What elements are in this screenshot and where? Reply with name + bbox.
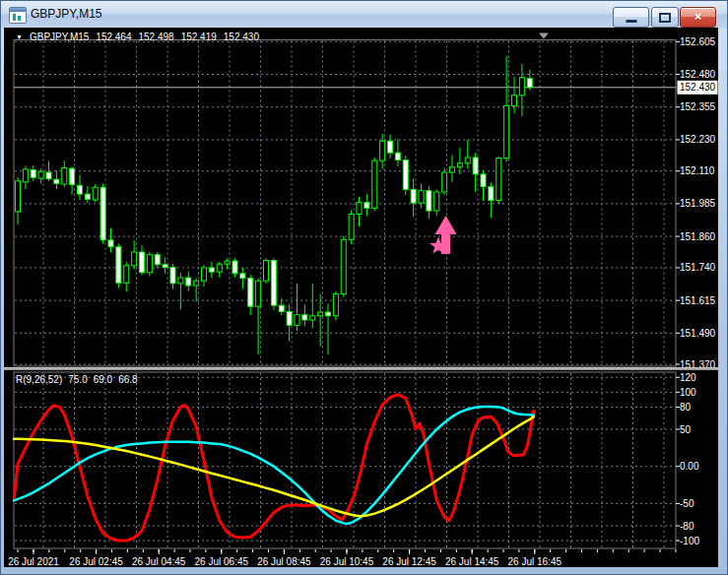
low-value: 152.419 — [181, 32, 217, 42]
time-axis-label: 26 Jul 16:45 — [508, 556, 563, 567]
indicator-axis[interactable]: 12010080500.00-50-80-100 — [676, 372, 699, 546]
restore-icon — [659, 13, 671, 23]
price-axis-label: 151.490 — [680, 328, 716, 339]
chart-canvas[interactable]: 152.605152.480152.355152.230152.110151.9… — [4, 28, 718, 567]
price-axis-label: 152.480 — [680, 69, 716, 80]
window-title: GBPJPY,M15 — [31, 1, 101, 28]
indicator-axis-label: -50 — [680, 498, 695, 509]
maximize-button[interactable] — [651, 7, 679, 28]
current-price-label: 152.430 — [680, 82, 716, 93]
indicator-value-2: 69.0 — [94, 374, 112, 385]
price-axis-label: 151.860 — [680, 231, 716, 242]
price-axis-label: 151.615 — [680, 295, 716, 306]
price-axis-label: 152.230 — [680, 134, 716, 145]
time-axis-label: 26 Jul 04:45 — [132, 556, 186, 567]
indicator-value-1: 75.0 — [68, 374, 87, 385]
close-value: 152.430 — [224, 32, 259, 42]
panel-splitter[interactable] — [4, 367, 718, 370]
time-axis-label: 26 Jul 06:45 — [195, 556, 249, 567]
price-axis[interactable]: 152.605152.480152.355152.230152.110151.9… — [676, 36, 718, 370]
collapse-arrow-icon[interactable]: ▼ — [16, 32, 23, 42]
time-axis-label: 26 Jul 02:45 — [69, 556, 123, 567]
title-bar[interactable]: GBPJPY,M15 × — [1, 1, 727, 28]
price-axis-label: 152.605 — [680, 36, 716, 47]
open-value: 152.464 — [96, 32, 131, 42]
indicator-axis-label: 0.00 — [680, 461, 699, 472]
indicator-name-label: R(9,26,52) — [16, 374, 62, 385]
indicator-axis-label: 100 — [680, 387, 696, 398]
indicator-axis-label: -80 — [680, 521, 695, 532]
indicator-plot-area[interactable] — [14, 372, 676, 548]
close-button[interactable]: × — [680, 7, 716, 28]
symbol-ohlc-header: ▼ GBPJPY,M15 152.464 152.498 152.419 152… — [16, 32, 259, 42]
indicator-axis-label: 80 — [680, 402, 692, 413]
indicator-axis-label: 50 — [680, 424, 692, 435]
close-icon: × — [681, 8, 715, 27]
price-axis-label: 151.740 — [680, 262, 716, 273]
chart-window: GBPJPY,M15 × 152.605152.480152.355152.23… — [0, 0, 728, 575]
main-plot-area[interactable] — [14, 40, 676, 367]
indicator-axis-label: -100 — [680, 536, 699, 546]
price-axis-label: 151.985 — [680, 198, 716, 209]
chart-app-icon — [9, 7, 27, 24]
minimize-button[interactable] — [613, 7, 649, 28]
high-value: 152.498 — [139, 32, 174, 42]
time-axis-label: 26 Jul 08:45 — [257, 556, 311, 567]
time-axis-label: 26 Jul 10:45 — [320, 556, 374, 567]
price-axis-label: 152.355 — [680, 101, 716, 112]
time-axis-label: 26 Jul 12:45 — [382, 556, 436, 567]
indicator-header: R(9,26,52) 75.0 69.0 66.8 — [16, 374, 138, 385]
symbol-period-label: GBPJPY,M15 — [30, 32, 89, 42]
chart-shift-marker[interactable] — [539, 33, 549, 39]
time-axis-label: 26 Jul 2021 — [8, 556, 59, 567]
indicator-axis-label: 120 — [680, 372, 696, 383]
price-axis-label: 152.110 — [680, 165, 715, 176]
minimize-icon — [626, 20, 636, 23]
time-axis[interactable]: 26 Jul 202126 Jul 02:4526 Jul 04:4526 Ju… — [8, 549, 676, 567]
indicator-value-3: 66.8 — [118, 374, 137, 385]
time-axis-label: 26 Jul 14:45 — [445, 556, 499, 567]
